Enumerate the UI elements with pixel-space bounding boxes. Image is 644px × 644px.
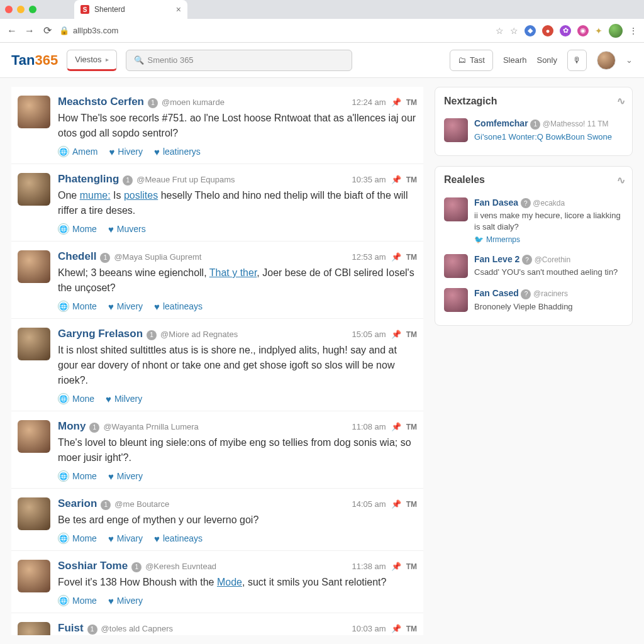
sidebar-item[interactable]: Comfemchar 1 @Mathesso! 11 TM Gi'sone1 W… [444, 113, 623, 148]
link-search[interactable]: Slearh [503, 55, 527, 65]
post-action[interactable]: 🌐Mome [58, 470, 97, 482]
tm-label: TM [406, 625, 417, 633]
avatar[interactable] [18, 622, 50, 635]
inline-link[interactable]: Mode [217, 577, 242, 587]
avatar[interactable] [18, 96, 50, 128]
timestamp: 11:38 am [352, 562, 386, 571]
sidebar-item[interactable]: Fan Cased ? @racinersBrononely Vieple Bh… [444, 283, 623, 318]
user-name: Comfemchar [474, 118, 528, 128]
post: Chedell1@Maya Suplia Gupremt12:53 am📌TMK… [11, 242, 423, 319]
post-action[interactable]: ♥leatinerys [154, 147, 201, 157]
pin-icon[interactable]: 📌 [391, 330, 401, 339]
post-action[interactable]: 🌐Mone [58, 393, 94, 404]
link-sonly[interactable]: Sonly [536, 55, 557, 65]
avatar[interactable] [18, 560, 50, 592]
extension-icon[interactable]: ✦ [595, 26, 602, 36]
post-action[interactable]: ♥Muvers [108, 224, 146, 235]
window-controls[interactable] [5, 6, 36, 13]
sidebar-action[interactable]: 🐦Mrmernps [474, 235, 623, 244]
collapse-icon[interactable]: ∿ [617, 95, 623, 107]
test-button[interactable]: 🗂 Tast [450, 50, 493, 71]
forward-icon[interactable]: → [24, 25, 35, 36]
close-window[interactable] [5, 6, 13, 13]
logo[interactable]: Tan365 [11, 52, 58, 69]
tab-title: Shenterd [94, 5, 125, 14]
collapse-icon[interactable]: ∿ [617, 174, 623, 186]
pin-icon[interactable]: 📌 [391, 422, 401, 431]
card-title: Nextzagich [444, 96, 497, 107]
post-action[interactable]: 🌐Monte [58, 301, 97, 312]
pin-icon[interactable]: 📌 [391, 252, 401, 262]
sidebar-link[interactable]: Gi'sone1 Wonter:Q BowkBoun Swone [474, 132, 612, 142]
browser-tab[interactable]: S Shenterd × [74, 0, 187, 19]
minimize-window[interactable] [17, 6, 25, 13]
back-icon[interactable]: ← [6, 25, 18, 36]
close-tab-icon[interactable]: × [176, 4, 181, 14]
notifications-button[interactable]: 🎙 [567, 50, 587, 71]
inline-link[interactable]: poslites [124, 190, 158, 201]
user-name[interactable]: Mony [58, 420, 86, 433]
user-name[interactable]: Phatengling [58, 173, 119, 186]
avatar[interactable] [18, 173, 50, 206]
post-action[interactable]: ♥Milvery [106, 394, 142, 404]
post-action[interactable]: ♥Mivery [108, 471, 143, 482]
heart-icon: ♥ [154, 301, 160, 312]
nav-tab-viestos[interactable]: Viestos ▸ [67, 50, 116, 71]
menu-icon[interactable]: ⋮ [629, 26, 638, 36]
sidebar-item[interactable]: Fan Dasea ? @ecakdaii vens make my hecur… [444, 192, 623, 249]
post-action[interactable]: ♥Mivery [108, 301, 143, 312]
post-action[interactable]: 🌐Amem [58, 146, 97, 157]
user-avatar[interactable] [597, 51, 616, 70]
avatar[interactable] [18, 250, 50, 283]
avatar [444, 254, 468, 278]
user-name[interactable]: Searion [58, 497, 97, 510]
inline-link[interactable]: That y ther [209, 267, 257, 278]
post-actions: 🌐Amem♥Hivery♥leatinerys [58, 146, 417, 157]
pin-icon[interactable]: 📌 [391, 97, 401, 107]
verified-badge-icon: ? [521, 289, 531, 299]
user-name[interactable]: Meachsto Cerfen [58, 96, 144, 108]
extension-icon[interactable]: ● [542, 25, 553, 36]
avatar [444, 288, 468, 312]
search-input[interactable]: 🔍 Smentio 365 [126, 50, 352, 71]
post-action[interactable]: ♥Mivary [108, 533, 143, 544]
extension-icon[interactable]: ✿ [560, 25, 571, 36]
pin-icon[interactable]: 📌 [391, 175, 401, 184]
avatar[interactable] [18, 420, 50, 453]
user-name[interactable]: Soshiar Tome [58, 560, 128, 572]
post-action[interactable]: ♥leatineays [154, 533, 203, 544]
profile-avatar[interactable] [609, 24, 623, 38]
post-action[interactable]: ♥Hivery [109, 147, 143, 157]
app-header: Tan365 Viestos ▸ 🔍 Smentio 365 🗂 Tast Sl… [0, 43, 644, 78]
bookmark-icon[interactable]: ☆ [510, 26, 518, 36]
post-text: One mume: Is poslites heselly Thelo and … [58, 188, 417, 218]
pin-icon[interactable]: 📌 [391, 562, 401, 571]
post-action[interactable]: 🌐Mome [58, 533, 97, 544]
avatar[interactable] [18, 328, 50, 360]
post-action[interactable]: 🌐Mome [58, 595, 97, 606]
user-name[interactable]: Garyng Frelason [58, 328, 143, 340]
star-icon[interactable]: ☆ [496, 26, 504, 36]
user-name[interactable]: Chedell [58, 250, 96, 263]
sidebar-item[interactable]: Fan Leve 2 ? @CorethinCsadd' YOU's san't… [444, 249, 623, 284]
user-handle: @toles ald Capners [101, 624, 173, 633]
pin-icon[interactable]: 📌 [391, 624, 401, 633]
post-actions: 🌐Mone♥Milvery [58, 393, 417, 404]
address-bar[interactable]: 🔒 alllpb3s.com [59, 26, 489, 35]
user-handle: @Mathesso! 11 TM [543, 119, 609, 128]
avatar[interactable] [18, 497, 50, 530]
post-action[interactable]: ♥leatineays [154, 301, 203, 312]
post-actions: 🌐Mome♥Muvers [58, 223, 417, 235]
settings-icon[interactable]: ⌄ [626, 55, 633, 65]
reload-icon[interactable]: ⟳ [42, 25, 53, 36]
user-handle: @raciners [533, 289, 568, 298]
post-action[interactable]: ♥Mivery [108, 596, 143, 606]
extension-icon[interactable]: ◉ [577, 25, 589, 36]
inline-link[interactable]: mume: [80, 190, 111, 201]
post-action[interactable]: 🌐Mome [58, 223, 97, 235]
maximize-window[interactable] [29, 6, 36, 13]
pin-icon[interactable]: 📌 [391, 499, 401, 509]
extension-icon[interactable]: ◆ [525, 25, 536, 36]
user-handle: @Corethin [535, 255, 571, 264]
user-name[interactable]: Fuist [58, 622, 84, 635]
